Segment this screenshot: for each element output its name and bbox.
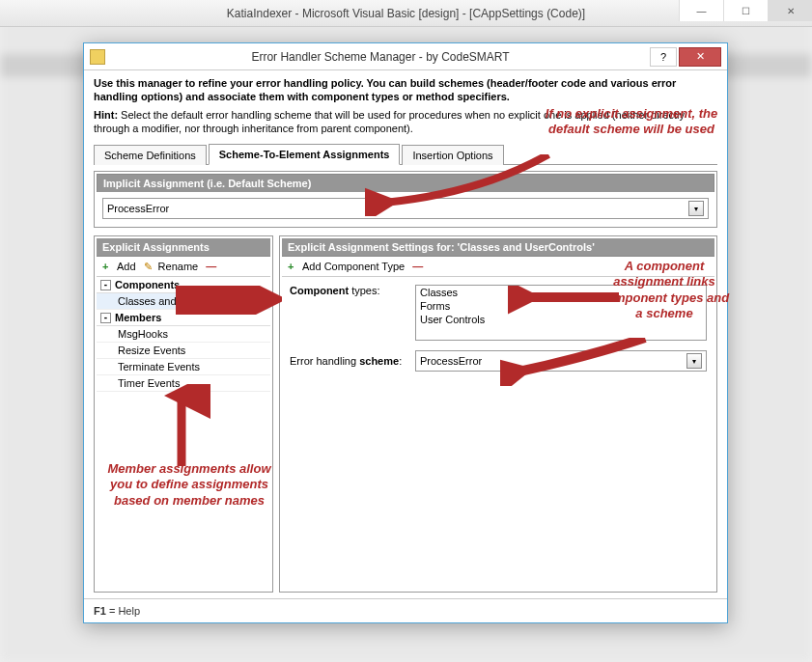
error-handler-dialog: Error Handler Scheme Manager - by CodeSM… xyxy=(83,42,728,623)
default-scheme-dropdown[interactable]: ProcessError ▾ xyxy=(102,198,709,219)
scheme-dropdown[interactable]: ProcessError ▾ xyxy=(415,350,707,372)
explicit-assignments-panel: Explicit Assignments +Add ✎Rename — -Com… xyxy=(94,235,273,593)
minimize-button[interactable]: — xyxy=(679,0,723,21)
pencil-icon: ✎ xyxy=(144,261,155,272)
chevron-down-icon: ▾ xyxy=(688,201,704,216)
tree-item[interactable]: Resize Events xyxy=(97,343,270,359)
scheme-label: Error handling scheme: xyxy=(290,355,415,367)
remove-button[interactable]: — xyxy=(206,261,217,272)
add-button[interactable]: +Add xyxy=(102,261,136,272)
tree-item[interactable]: Timer Events xyxy=(97,375,270,392)
dialog-titlebar: Error Handler Scheme Manager - by CodeSM… xyxy=(84,43,727,70)
minus-icon: — xyxy=(206,261,217,272)
dialog-title: Error Handler Scheme Manager - by CodeSM… xyxy=(113,50,648,64)
collapse-icon: - xyxy=(100,280,111,290)
tree-group-members[interactable]: -Members xyxy=(97,310,270,326)
scheme-value: ProcessError xyxy=(420,355,482,367)
tree-group-components[interactable]: -Components xyxy=(97,277,270,293)
dialog-help-button[interactable]: ? xyxy=(650,47,677,67)
dialog-close-button[interactable]: ✕ xyxy=(679,47,721,67)
dialog-intro: Use this manager to refine your error ha… xyxy=(84,70,727,143)
tabs: Scheme Definitions Scheme-To-Element Ass… xyxy=(94,143,717,165)
tab-scheme-to-element[interactable]: Scheme-To-Element Assignments xyxy=(209,144,401,165)
assignments-tree: -Components Classes and UserControls -Me… xyxy=(97,277,270,392)
tab-insertion-options[interactable]: Insertion Options xyxy=(402,145,503,165)
component-types-label: Component Component types:types: xyxy=(290,285,415,341)
main-titlebar: KatiaIndexer - Microsoft Visual Basic [d… xyxy=(0,0,812,27)
maximize-button[interactable]: ☐ xyxy=(723,0,768,21)
dialog-footer: F1 = Help xyxy=(84,598,727,622)
explicit-header: Explicit Assignments xyxy=(97,238,270,257)
default-scheme-value: ProcessError xyxy=(107,203,169,214)
add-component-type-button[interactable]: +Add Component Type xyxy=(288,261,405,272)
list-item[interactable]: Forms xyxy=(416,299,706,313)
minus-icon: — xyxy=(412,261,424,272)
implicit-header: Implicit Assignment (i.e. Default Scheme… xyxy=(97,174,714,192)
dialog-icon xyxy=(90,49,105,65)
settings-header: Explicit Assignment Settings for: 'Class… xyxy=(282,238,714,257)
list-item[interactable]: Classes xyxy=(416,286,706,299)
footer-key: F1 xyxy=(94,605,106,617)
remove-component-type-button[interactable]: — xyxy=(412,261,424,272)
chevron-down-icon: ▾ xyxy=(686,353,702,369)
intro-text: Use this manager to refine your error ha… xyxy=(94,76,717,104)
tree-item[interactable]: MsgHooks xyxy=(97,326,270,343)
collapse-icon: - xyxy=(100,313,111,323)
plus-icon: + xyxy=(102,261,114,272)
explicit-settings-panel: Explicit Assignment Settings for: 'Class… xyxy=(279,235,717,593)
hint-label: Hint: xyxy=(94,109,118,121)
tab-scheme-definitions[interactable]: Scheme Definitions xyxy=(94,145,207,165)
implicit-assignment-section: Implicit Assignment (i.e. Default Scheme… xyxy=(94,171,717,228)
close-button[interactable]: ✕ xyxy=(768,0,812,21)
plus-icon: + xyxy=(288,261,299,272)
footer-text: = Help xyxy=(106,605,140,617)
hint-text: Select the default error handling scheme… xyxy=(94,109,685,134)
rename-button[interactable]: ✎Rename xyxy=(144,261,199,272)
list-item[interactable]: User Controls xyxy=(416,313,706,326)
component-types-list[interactable]: Classes Forms User Controls xyxy=(415,285,707,341)
tree-item-classes-usercontrols[interactable]: Classes and UserControls xyxy=(97,293,270,310)
main-window-title: KatiaIndexer - Microsoft Visual Basic [d… xyxy=(227,7,585,20)
tree-item[interactable]: Terminate Events xyxy=(97,359,270,375)
